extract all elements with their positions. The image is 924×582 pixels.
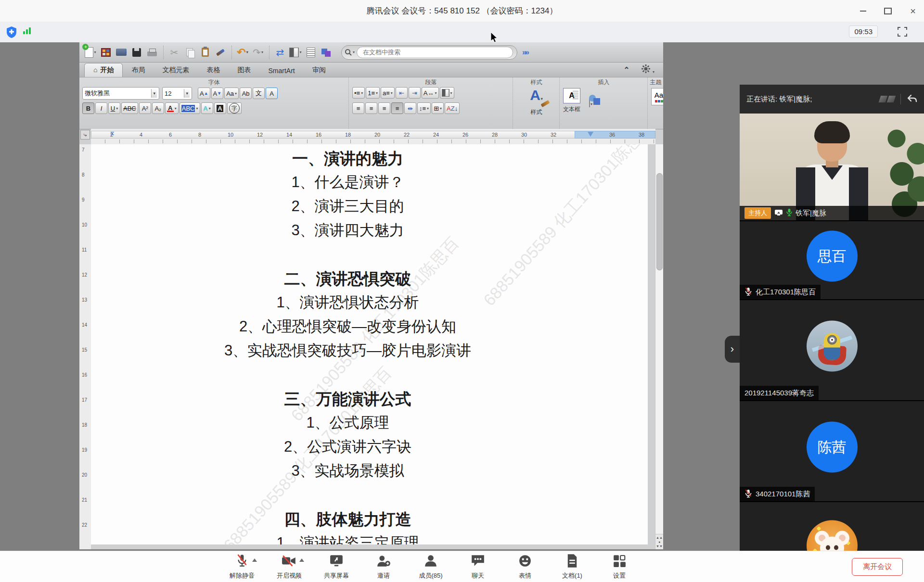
ribbon-tab-审阅[interactable]: 审阅	[304, 63, 334, 77]
search-icon[interactable]	[345, 49, 352, 56]
participant-tile[interactable]: 思百化工170301陈思百	[740, 220, 924, 299]
cut-icon[interactable]: ✂	[167, 45, 181, 60]
security-shield-icon[interactable]	[6, 26, 17, 40]
print-icon[interactable]	[145, 45, 159, 60]
vertical-ruler[interactable]: 78910111213141516171819202122	[79, 144, 91, 549]
maximize-button[interactable]	[882, 5, 894, 17]
underline-button[interactable]: U▾	[108, 102, 120, 114]
track-changes-icon[interactable]: ⇄	[273, 45, 287, 60]
subscript-button[interactable]: A₂	[152, 102, 164, 114]
toolbar-item-invite[interactable]: 邀请	[368, 554, 399, 580]
toolbar-item-emoji[interactable]: 表情	[509, 554, 541, 580]
share-screen-icon	[329, 554, 344, 570]
ruler-number: 15	[82, 347, 87, 353]
ruler-margin-marker[interactable]	[588, 132, 593, 137]
toolbar-item-camera-off[interactable]: 开启视频	[273, 554, 305, 580]
grow-font-button[interactable]: A▲	[198, 88, 210, 99]
shared-word-window: ▾ ✂ ↶▾ ↷▾ ⇄ ▾ ▾ »»	[79, 42, 663, 549]
toolbar-item-members[interactable]: 成员(85)	[415, 554, 447, 580]
styles-button[interactable]: A▾ 样式	[530, 88, 543, 116]
scrollbar-thumb[interactable]	[656, 173, 663, 270]
new-document-icon[interactable]: ▾	[83, 45, 98, 60]
close-button[interactable]: ×	[907, 5, 919, 17]
justify-button[interactable]: ≡	[391, 102, 403, 114]
media-browser-icon[interactable]	[319, 45, 334, 60]
columns-icon[interactable]: ▾	[288, 45, 303, 60]
search-options-caret[interactable]: ▾	[353, 50, 355, 54]
align-right-button[interactable]: ≡	[378, 102, 390, 114]
toolbar-overflow-icon[interactable]: »»	[522, 48, 528, 57]
search-input[interactable]	[362, 48, 508, 56]
line-spacing-button[interactable]: ↕≡▾	[417, 102, 431, 114]
change-case-button[interactable]: Aa▾	[224, 88, 239, 99]
toolbar-item-settings[interactable]: 设置	[603, 554, 635, 580]
superscript-button[interactable]: A²	[139, 102, 151, 114]
paste-icon[interactable]	[198, 45, 212, 60]
horizontal-ruler[interactable]: ⤷ ⧖ 24681012141618202224262830323638	[91, 129, 655, 145]
decrease-indent-button[interactable]: ⇤	[396, 87, 408, 99]
ribbon-tab-开始[interactable]: ⌂开始	[84, 63, 123, 77]
ribbon-tab-SmartArt[interactable]: SmartArt	[259, 64, 303, 77]
clear-formatting-button[interactable]: Ab	[240, 88, 252, 99]
copy-icon[interactable]	[182, 45, 197, 60]
phonetic-guide-button[interactable]: 文	[253, 88, 265, 99]
participant-tile[interactable]: 陈茜3402170101陈茜	[740, 400, 924, 501]
ribbon-settings-gear-icon[interactable]: ▾	[642, 64, 654, 75]
ruler-number: 10	[82, 222, 87, 228]
bold-button[interactable]: B	[82, 102, 94, 114]
ribbon-tab-图表[interactable]: 图表	[229, 63, 259, 77]
sidebar-expand-chevron[interactable]: ›	[725, 336, 740, 363]
document-elements-icon[interactable]	[304, 45, 318, 60]
fullscreen-icon[interactable]	[897, 26, 908, 39]
enclose-character-button[interactable]: 字	[227, 102, 242, 114]
text-effects-button[interactable]: A▾	[201, 102, 213, 114]
font-size-select[interactable]: 12▾	[162, 87, 192, 100]
host-video-tile[interactable]: 主持人 铁军|魔脉	[740, 114, 924, 220]
bullet-list-button[interactable]: •≡▾	[352, 87, 365, 99]
toolbar-item-share-screen[interactable]: 共享屏幕	[321, 554, 352, 580]
textbox-button[interactable]: A 文本框	[563, 88, 580, 114]
font-color-button[interactable]: A▾	[165, 102, 179, 114]
format-painter-icon[interactable]	[213, 45, 228, 60]
document-scrollbar[interactable]: ▲▲●▼▼	[655, 144, 663, 549]
italic-button[interactable]: I	[95, 102, 107, 114]
ribbon-tab-表格[interactable]: 表格	[198, 63, 229, 77]
text-direction-button[interactable]: A↔▾	[422, 87, 439, 99]
strikethrough-button[interactable]: ABC	[121, 102, 138, 114]
back-arrow-icon[interactable]	[907, 94, 917, 104]
character-border-button[interactable]: A	[266, 88, 278, 99]
gallery-icon[interactable]	[99, 45, 113, 60]
undo-icon[interactable]: ↶▾	[235, 45, 250, 60]
leave-meeting-button[interactable]: 离开会议	[852, 558, 903, 576]
save-icon[interactable]	[129, 45, 144, 60]
increase-indent-button[interactable]: ⇥	[409, 87, 421, 99]
collapse-ribbon-icon[interactable]: ⌃	[623, 65, 629, 75]
distribute-button[interactable]: ⇹	[404, 102, 416, 114]
options-caret[interactable]	[299, 558, 304, 562]
align-left-button[interactable]: ≡	[352, 102, 364, 114]
open-icon[interactable]	[114, 45, 128, 60]
options-caret[interactable]	[252, 558, 257, 562]
redo-icon[interactable]: ↷▾	[251, 45, 265, 60]
shading-button[interactable]: A	[214, 102, 226, 114]
align-center-button[interactable]: ≡	[365, 102, 377, 114]
themes-button[interactable]: Aa	[651, 88, 663, 105]
minimize-button[interactable]	[857, 5, 869, 17]
highlight-button[interactable]: ABC▾	[180, 102, 200, 114]
font-name-select[interactable]: 微软雅黑▾	[82, 87, 159, 100]
document-page[interactable]: 一、演讲的魅力1、什么是演讲？2、演讲三大目的3、演讲四大魅力二、演讲恐惧突破1…	[91, 144, 648, 544]
ribbon-tab-文档元素[interactable]: 文档元素	[154, 63, 198, 77]
multilevel-list-button[interactable]: a≡▾	[381, 87, 395, 99]
toolbar-item-mic-muted[interactable]: 解除静音	[226, 554, 258, 580]
browse-object-buttons[interactable]: ▲▲●▼▼	[655, 534, 663, 549]
borders-button[interactable]: ⊞▾	[432, 102, 444, 114]
number-list-button[interactable]: 1≡▾	[366, 87, 380, 99]
toolbar-item-docs[interactable]: 文档(1)	[556, 554, 588, 580]
sort-button[interactable]: AZ↓	[445, 102, 460, 114]
shrink-font-button[interactable]: A▼	[211, 88, 224, 99]
tab-selector-icon[interactable]: ⤷	[80, 130, 90, 139]
participant-tile[interactable]: 201921145039蒋奇志	[740, 299, 924, 400]
columns-layout-button[interactable]: ▾	[440, 87, 454, 99]
ribbon-tab-布局[interactable]: 布局	[123, 63, 154, 77]
toolbar-item-chat[interactable]: 聊天	[462, 554, 494, 580]
